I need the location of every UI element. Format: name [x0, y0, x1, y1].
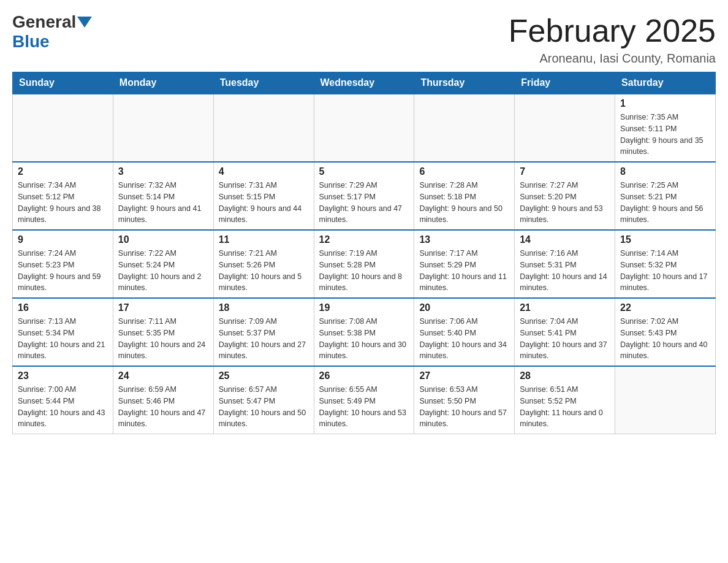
calendar-title: February 2025	[509, 12, 716, 49]
weekday-header-thursday: Thursday	[414, 72, 515, 94]
day-number: 20	[419, 302, 509, 313]
day-info: Sunrise: 7:17 AMSunset: 5:29 PMDaylight:…	[419, 248, 509, 294]
day-info: Sunrise: 7:11 AMSunset: 5:35 PMDaylight:…	[118, 316, 208, 362]
calendar-cell: 17Sunrise: 7:11 AMSunset: 5:35 PMDayligh…	[113, 298, 213, 366]
day-number: 10	[118, 234, 208, 245]
day-number: 22	[620, 302, 710, 313]
calendar-cell	[515, 94, 615, 162]
day-number: 16	[18, 302, 108, 313]
calendar-cell: 20Sunrise: 7:06 AMSunset: 5:40 PMDayligh…	[414, 298, 515, 366]
calendar-cell: 9Sunrise: 7:24 AMSunset: 5:23 PMDaylight…	[13, 230, 113, 298]
day-number: 5	[319, 166, 409, 177]
calendar-cell: 23Sunrise: 7:00 AMSunset: 5:44 PMDayligh…	[13, 366, 113, 434]
day-number: 8	[620, 166, 710, 177]
calendar-cell: 10Sunrise: 7:22 AMSunset: 5:24 PMDayligh…	[113, 230, 213, 298]
logo-arrow-icon	[77, 17, 92, 28]
day-info: Sunrise: 7:21 AMSunset: 5:26 PMDaylight:…	[219, 248, 309, 294]
calendar-cell: 4Sunrise: 7:31 AMSunset: 5:15 PMDaylight…	[213, 162, 314, 230]
week-row-4: 16Sunrise: 7:13 AMSunset: 5:34 PMDayligh…	[13, 298, 716, 366]
calendar-cell: 24Sunrise: 6:59 AMSunset: 5:46 PMDayligh…	[113, 366, 213, 434]
logo: General Blue	[12, 12, 93, 52]
calendar-cell: 21Sunrise: 7:04 AMSunset: 5:41 PMDayligh…	[515, 298, 615, 366]
day-number: 25	[219, 370, 309, 381]
calendar-cell: 26Sunrise: 6:55 AMSunset: 5:49 PMDayligh…	[314, 366, 414, 434]
day-number: 7	[520, 166, 610, 177]
weekday-header-friday: Friday	[515, 72, 615, 94]
day-info: Sunrise: 7:09 AMSunset: 5:37 PMDaylight:…	[219, 316, 309, 362]
day-info: Sunrise: 7:08 AMSunset: 5:38 PMDaylight:…	[319, 316, 409, 362]
calendar-cell: 8Sunrise: 7:25 AMSunset: 5:21 PMDaylight…	[615, 162, 716, 230]
day-number: 24	[118, 370, 208, 381]
calendar-table: SundayMondayTuesdayWednesdayThursdayFrid…	[12, 72, 716, 434]
calendar-cell: 16Sunrise: 7:13 AMSunset: 5:34 PMDayligh…	[13, 298, 113, 366]
day-info: Sunrise: 7:27 AMSunset: 5:20 PMDaylight:…	[520, 180, 610, 226]
day-info: Sunrise: 7:13 AMSunset: 5:34 PMDaylight:…	[18, 316, 108, 362]
day-number: 2	[18, 166, 108, 177]
calendar-cell: 14Sunrise: 7:16 AMSunset: 5:31 PMDayligh…	[515, 230, 615, 298]
calendar-cell: 27Sunrise: 6:53 AMSunset: 5:50 PMDayligh…	[414, 366, 515, 434]
weekday-header-wednesday: Wednesday	[314, 72, 414, 94]
day-info: Sunrise: 7:34 AMSunset: 5:12 PMDaylight:…	[18, 180, 108, 226]
calendar-cell: 25Sunrise: 6:57 AMSunset: 5:47 PMDayligh…	[213, 366, 314, 434]
day-number: 9	[18, 234, 108, 245]
page-header: General Blue February 2025 Aroneanu, Ias…	[12, 12, 716, 66]
day-info: Sunrise: 7:06 AMSunset: 5:40 PMDaylight:…	[419, 316, 509, 362]
week-row-1: 1Sunrise: 7:35 AMSunset: 5:11 PMDaylight…	[13, 94, 716, 162]
day-number: 21	[520, 302, 610, 313]
calendar-cell: 13Sunrise: 7:17 AMSunset: 5:29 PMDayligh…	[414, 230, 515, 298]
day-number: 23	[18, 370, 108, 381]
day-info: Sunrise: 7:25 AMSunset: 5:21 PMDaylight:…	[620, 180, 710, 226]
day-info: Sunrise: 7:00 AMSunset: 5:44 PMDaylight:…	[18, 384, 108, 430]
calendar-cell: 6Sunrise: 7:28 AMSunset: 5:18 PMDaylight…	[414, 162, 515, 230]
calendar-cell: 19Sunrise: 7:08 AMSunset: 5:38 PMDayligh…	[314, 298, 414, 366]
calendar-cell: 1Sunrise: 7:35 AMSunset: 5:11 PMDaylight…	[615, 94, 716, 162]
day-info: Sunrise: 7:35 AMSunset: 5:11 PMDaylight:…	[620, 112, 710, 158]
day-number: 4	[219, 166, 309, 177]
day-info: Sunrise: 7:31 AMSunset: 5:15 PMDaylight:…	[219, 180, 309, 226]
calendar-cell: 18Sunrise: 7:09 AMSunset: 5:37 PMDayligh…	[213, 298, 314, 366]
day-info: Sunrise: 6:55 AMSunset: 5:49 PMDaylight:…	[319, 384, 409, 430]
weekday-header-saturday: Saturday	[615, 72, 716, 94]
logo-blue-text: Blue	[12, 32, 50, 52]
day-number: 13	[419, 234, 509, 245]
calendar-cell: 3Sunrise: 7:32 AMSunset: 5:14 PMDaylight…	[113, 162, 213, 230]
day-info: Sunrise: 6:59 AMSunset: 5:46 PMDaylight:…	[118, 384, 208, 430]
day-info: Sunrise: 6:57 AMSunset: 5:47 PMDaylight:…	[219, 384, 309, 430]
title-block: February 2025 Aroneanu, Iasi County, Rom…	[509, 12, 716, 66]
week-row-2: 2Sunrise: 7:34 AMSunset: 5:12 PMDaylight…	[13, 162, 716, 230]
day-number: 11	[219, 234, 309, 245]
calendar-cell	[13, 94, 113, 162]
week-row-5: 23Sunrise: 7:00 AMSunset: 5:44 PMDayligh…	[13, 366, 716, 434]
calendar-cell: 2Sunrise: 7:34 AMSunset: 5:12 PMDaylight…	[13, 162, 113, 230]
weekday-header-monday: Monday	[113, 72, 213, 94]
calendar-subtitle: Aroneanu, Iasi County, Romania	[509, 52, 716, 66]
day-info: Sunrise: 7:32 AMSunset: 5:14 PMDaylight:…	[118, 180, 208, 226]
day-info: Sunrise: 6:53 AMSunset: 5:50 PMDaylight:…	[419, 384, 509, 430]
day-number: 17	[118, 302, 208, 313]
weekday-header-sunday: Sunday	[13, 72, 113, 94]
day-number: 26	[319, 370, 409, 381]
day-number: 1	[620, 98, 710, 109]
day-number: 6	[419, 166, 509, 177]
calendar-cell: 12Sunrise: 7:19 AMSunset: 5:28 PMDayligh…	[314, 230, 414, 298]
day-number: 18	[219, 302, 309, 313]
day-info: Sunrise: 7:16 AMSunset: 5:31 PMDaylight:…	[520, 248, 610, 294]
day-info: Sunrise: 7:24 AMSunset: 5:23 PMDaylight:…	[18, 248, 108, 294]
calendar-cell: 7Sunrise: 7:27 AMSunset: 5:20 PMDaylight…	[515, 162, 615, 230]
day-number: 19	[319, 302, 409, 313]
calendar-cell: 15Sunrise: 7:14 AMSunset: 5:32 PMDayligh…	[615, 230, 716, 298]
day-info: Sunrise: 6:51 AMSunset: 5:52 PMDaylight:…	[520, 384, 610, 430]
calendar-cell: 11Sunrise: 7:21 AMSunset: 5:26 PMDayligh…	[213, 230, 314, 298]
logo-general-text: General	[12, 12, 76, 32]
calendar-cell: 28Sunrise: 6:51 AMSunset: 5:52 PMDayligh…	[515, 366, 615, 434]
weekday-header-tuesday: Tuesday	[213, 72, 314, 94]
day-info: Sunrise: 7:02 AMSunset: 5:43 PMDaylight:…	[620, 316, 710, 362]
day-info: Sunrise: 7:14 AMSunset: 5:32 PMDaylight:…	[620, 248, 710, 294]
calendar-cell	[414, 94, 515, 162]
day-number: 14	[520, 234, 610, 245]
day-number: 3	[118, 166, 208, 177]
calendar-cell	[113, 94, 213, 162]
calendar-cell	[213, 94, 314, 162]
calendar-cell: 22Sunrise: 7:02 AMSunset: 5:43 PMDayligh…	[615, 298, 716, 366]
calendar-cell: 5Sunrise: 7:29 AMSunset: 5:17 PMDaylight…	[314, 162, 414, 230]
